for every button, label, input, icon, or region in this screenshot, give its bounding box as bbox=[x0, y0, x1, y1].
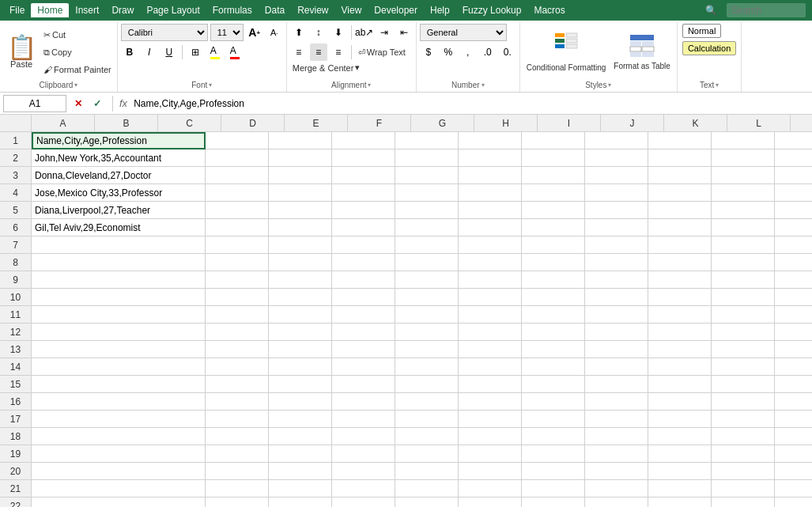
format-as-table-button[interactable]: Format as Table bbox=[610, 26, 674, 78]
cell-G13[interactable] bbox=[522, 341, 585, 358]
alignment-expand-icon[interactable]: ▾ bbox=[368, 81, 371, 89]
cell-C7[interactable] bbox=[269, 236, 332, 254]
row-header-3[interactable]: 3 bbox=[0, 167, 32, 184]
row-header-14[interactable]: 14 bbox=[0, 358, 32, 376]
cell-G22[interactable] bbox=[522, 498, 585, 507]
cell-E12[interactable] bbox=[395, 323, 459, 341]
paste-button[interactable]: 📋 Paste bbox=[3, 26, 40, 78]
cell-G19[interactable] bbox=[522, 445, 585, 463]
cell-G14[interactable] bbox=[522, 358, 585, 376]
cell-C10[interactable] bbox=[269, 289, 332, 306]
cell-A20[interactable] bbox=[32, 463, 206, 480]
cell-A3[interactable]: Donna,Cleveland,27,Doctor bbox=[32, 167, 206, 184]
cell-D18[interactable] bbox=[332, 428, 395, 445]
col-header-E[interactable]: E bbox=[285, 115, 348, 132]
cell-F10[interactable] bbox=[459, 289, 522, 306]
menu-item-insert[interactable]: Insert bbox=[69, 3, 105, 17]
cell-I12[interactable] bbox=[648, 323, 712, 341]
cell-A9[interactable] bbox=[32, 271, 206, 289]
cell-G21[interactable] bbox=[522, 480, 585, 498]
cell-H12[interactable] bbox=[585, 323, 648, 341]
cell-J2[interactable] bbox=[712, 149, 775, 167]
styles-expand-icon[interactable]: ▾ bbox=[608, 81, 611, 89]
cut-button[interactable]: ✂ Cut bbox=[41, 29, 114, 41]
cell-E22[interactable] bbox=[395, 498, 459, 507]
cell-G12[interactable] bbox=[522, 323, 585, 341]
cell-J10[interactable] bbox=[712, 289, 775, 306]
decrease-indent-button[interactable]: ⇤ bbox=[395, 24, 413, 41]
cell-F17[interactable] bbox=[459, 411, 522, 428]
percent-style-button[interactable]: % bbox=[440, 44, 457, 61]
menu-item-page-layout[interactable]: Page Layout bbox=[140, 3, 206, 17]
cell-G9[interactable] bbox=[522, 271, 585, 289]
cell-I6[interactable] bbox=[648, 219, 712, 236]
cell-K9[interactable] bbox=[775, 271, 812, 289]
cell-E15[interactable] bbox=[395, 376, 459, 393]
cell-C15[interactable] bbox=[269, 376, 332, 393]
cell-G10[interactable] bbox=[522, 289, 585, 306]
cell-B2[interactable] bbox=[206, 149, 269, 167]
cell-G16[interactable] bbox=[522, 393, 585, 411]
row-header-8[interactable]: 8 bbox=[0, 254, 32, 271]
cell-K19[interactable] bbox=[775, 445, 812, 463]
row-header-22[interactable]: 22 bbox=[0, 498, 32, 507]
cell-A16[interactable] bbox=[32, 393, 206, 411]
italic-button[interactable]: I bbox=[141, 44, 158, 61]
cell-G15[interactable] bbox=[522, 376, 585, 393]
cell-A14[interactable] bbox=[32, 358, 206, 376]
cell-K11[interactable] bbox=[775, 306, 812, 323]
cell-K2[interactable] bbox=[775, 149, 812, 167]
cell-D8[interactable] bbox=[332, 254, 395, 271]
cell-E5[interactable] bbox=[395, 202, 459, 219]
cell-E19[interactable] bbox=[395, 445, 459, 463]
cell-F2[interactable] bbox=[459, 149, 522, 167]
cell-I2[interactable] bbox=[648, 149, 712, 167]
cell-F4[interactable] bbox=[459, 184, 522, 202]
cell-J15[interactable] bbox=[712, 376, 775, 393]
cell-A8[interactable] bbox=[32, 254, 206, 271]
cell-K12[interactable] bbox=[775, 323, 812, 341]
cell-I8[interactable] bbox=[648, 254, 712, 271]
col-header-D[interactable]: D bbox=[221, 115, 285, 132]
cancel-formula-button[interactable]: ✕ bbox=[70, 95, 87, 112]
cell-H2[interactable] bbox=[585, 149, 648, 167]
increase-indent-button[interactable]: ⇥ bbox=[376, 24, 393, 41]
cell-A1[interactable]: Name,City,Age,Profession bbox=[32, 132, 206, 149]
clipboard-expand-icon[interactable]: ▾ bbox=[74, 81, 77, 89]
col-header-F[interactable]: F bbox=[348, 115, 411, 132]
cell-E3[interactable] bbox=[395, 167, 459, 184]
cell-I17[interactable] bbox=[648, 411, 712, 428]
cell-D13[interactable] bbox=[332, 341, 395, 358]
cell-B3[interactable] bbox=[206, 167, 269, 184]
cell-I10[interactable] bbox=[648, 289, 712, 306]
cell-A22[interactable] bbox=[32, 498, 206, 507]
cell-G11[interactable] bbox=[522, 306, 585, 323]
cell-C18[interactable] bbox=[269, 428, 332, 445]
cell-E16[interactable] bbox=[395, 393, 459, 411]
cell-C13[interactable] bbox=[269, 341, 332, 358]
cell-J6[interactable] bbox=[712, 219, 775, 236]
normal-style-item[interactable]: Normal bbox=[682, 24, 721, 38]
col-header-B[interactable]: B bbox=[95, 115, 158, 132]
row-header-20[interactable]: 20 bbox=[0, 463, 32, 480]
number-expand-icon[interactable]: ▾ bbox=[482, 81, 485, 89]
merge-dropdown-icon[interactable]: ▾ bbox=[355, 62, 360, 73]
wrap-text-button[interactable]: ⏎ Wrap Text bbox=[356, 47, 408, 59]
cell-D11[interactable] bbox=[332, 306, 395, 323]
cell-J22[interactable] bbox=[712, 498, 775, 507]
cell-A2[interactable]: John,New York,35,Accountant bbox=[32, 149, 206, 167]
cell-K20[interactable] bbox=[775, 463, 812, 480]
cell-K1[interactable] bbox=[775, 132, 812, 149]
cell-F8[interactable] bbox=[459, 254, 522, 271]
row-header-2[interactable]: 2 bbox=[0, 149, 32, 167]
confirm-formula-button[interactable]: ✓ bbox=[89, 95, 106, 112]
cell-J14[interactable] bbox=[712, 358, 775, 376]
cell-J16[interactable] bbox=[712, 393, 775, 411]
cell-E14[interactable] bbox=[395, 358, 459, 376]
number-format-select[interactable]: General bbox=[420, 24, 507, 41]
cell-K3[interactable] bbox=[775, 167, 812, 184]
cell-C20[interactable] bbox=[269, 463, 332, 480]
cell-J11[interactable] bbox=[712, 306, 775, 323]
cell-I18[interactable] bbox=[648, 428, 712, 445]
cell-E18[interactable] bbox=[395, 428, 459, 445]
